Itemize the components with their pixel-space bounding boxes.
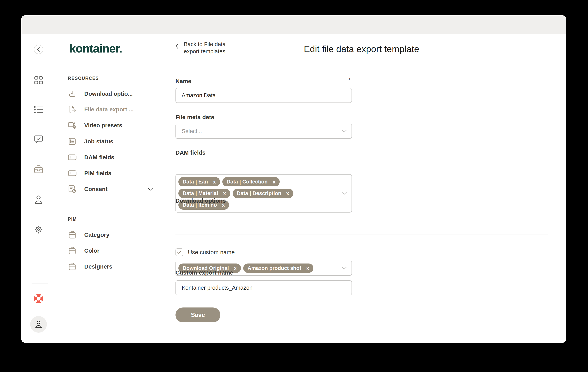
tag[interactable]: Data | Collectionx bbox=[222, 177, 280, 186]
dam-fields-multiselect[interactable]: Data | EanxData | CollectionxData | Mate… bbox=[176, 174, 352, 213]
remove-tag-icon[interactable]: x bbox=[223, 191, 226, 196]
kontainer-logo[interactable]: kontainer. bbox=[69, 42, 122, 55]
download-tray-icon bbox=[68, 89, 76, 98]
sidebar-item-consent[interactable]: Consent bbox=[68, 183, 153, 195]
remove-tag-icon[interactable]: x bbox=[213, 179, 216, 185]
tag[interactable]: Data | Eanx bbox=[178, 177, 220, 186]
file-meta-placeholder: Select... bbox=[182, 128, 202, 135]
remove-tag-icon[interactable]: x bbox=[273, 179, 275, 185]
sidebar-item-label: Category bbox=[84, 232, 109, 238]
box-icon bbox=[68, 246, 76, 255]
sidebar-item-pim-fields[interactable]: PIM fields bbox=[68, 167, 153, 179]
sidebar-item-dam-fields[interactable]: DAM fields bbox=[68, 151, 153, 163]
field-icon bbox=[68, 153, 76, 162]
sidebar-item-job-status[interactable]: Job status bbox=[68, 136, 153, 147]
remove-tag-icon[interactable]: x bbox=[286, 191, 289, 196]
section-label-pim: PIM bbox=[68, 217, 77, 222]
sidebar-item-label: PIM fields bbox=[84, 170, 111, 177]
page-title: Edit file data export template bbox=[157, 34, 566, 64]
name-label: Name bbox=[176, 78, 352, 85]
use-custom-name-label: Use custom name bbox=[188, 249, 235, 255]
name-field-group: Name * bbox=[176, 78, 352, 85]
user-avatar[interactable] bbox=[30, 316, 47, 333]
sidebar-item-video-presets[interactable]: Video presets bbox=[68, 119, 153, 131]
tag-label: Data | Collection bbox=[227, 179, 268, 185]
box-icon bbox=[68, 231, 76, 239]
custom-export-name-input[interactable] bbox=[176, 280, 352, 295]
sidebar-item-label: DAM fields bbox=[84, 154, 114, 161]
dam-fields-label: DAM fields bbox=[176, 149, 352, 156]
field-icon bbox=[68, 169, 76, 178]
consent-icon bbox=[68, 185, 76, 193]
sidebar-item-category[interactable]: Category bbox=[68, 229, 153, 241]
sidebar-item-designers[interactable]: Designers bbox=[68, 261, 153, 272]
collapse-sidebar-button[interactable] bbox=[34, 45, 43, 54]
sidebar-item-label: Video presets bbox=[84, 122, 122, 129]
box-icon bbox=[68, 262, 76, 271]
sidebar-item-label: File data export ... bbox=[84, 106, 134, 113]
users-icon[interactable] bbox=[34, 195, 43, 204]
sidebar-item-label: Consent bbox=[84, 186, 107, 192]
use-custom-name-row: Use custom name bbox=[176, 248, 235, 256]
sidebar-item-label: Download optio... bbox=[84, 90, 133, 97]
sidebar-item-color[interactable]: Color bbox=[68, 245, 153, 256]
sidebar-item-label: Designers bbox=[84, 263, 112, 270]
required-asterisk: * bbox=[348, 77, 351, 83]
file-meta-label: File meta data bbox=[176, 114, 352, 120]
settings-gear-icon[interactable] bbox=[34, 225, 43, 234]
use-custom-name-checkbox[interactable] bbox=[176, 248, 183, 256]
name-input[interactable] bbox=[176, 88, 352, 103]
main-content: Back to File data export templates Edit … bbox=[157, 34, 566, 343]
chevron-down-icon[interactable] bbox=[341, 130, 347, 133]
icon-rail bbox=[21, 34, 56, 343]
section-divider bbox=[176, 234, 548, 234]
save-button[interactable]: Save bbox=[176, 308, 220, 322]
browser-window: styling.kontainer.com bbox=[21, 15, 566, 343]
page-header: Back to File data export templates Edit … bbox=[157, 34, 566, 64]
resources-briefcase-icon[interactable] bbox=[34, 165, 43, 174]
tag-label: Data | Ean bbox=[183, 179, 208, 185]
sidebar-item-download-options[interactable]: Download optio... bbox=[68, 88, 153, 100]
browser-toolbar: styling.kontainer.com bbox=[21, 15, 566, 34]
video-preset-icon bbox=[68, 121, 76, 130]
custom-export-name-label: Custom export name bbox=[176, 269, 352, 276]
sidebar-item-label: Color bbox=[84, 247, 99, 254]
file-meta-select[interactable]: Select... bbox=[176, 124, 352, 139]
sidebar-item-label: Job status bbox=[84, 138, 113, 145]
sidebar-item-file-data-export[interactable]: File data export ... bbox=[68, 104, 153, 115]
tag-label: Data | Description bbox=[237, 191, 281, 196]
app-sidebar: kontainer. RESOURCES Download optio... bbox=[56, 34, 157, 343]
list-view-icon[interactable] bbox=[34, 106, 43, 114]
tag-label: Data | Material bbox=[183, 191, 218, 196]
chevron-down-icon[interactable] bbox=[147, 188, 153, 191]
tag[interactable]: Data | Materialx bbox=[178, 189, 230, 198]
dam-fields-tag-list: Data | EanxData | CollectionxData | Mate… bbox=[176, 174, 352, 213]
section-label-resources: RESOURCES bbox=[68, 76, 99, 81]
chevron-down-icon[interactable] bbox=[341, 192, 347, 195]
comments-icon[interactable] bbox=[34, 135, 43, 143]
file-export-icon bbox=[68, 105, 76, 114]
tag[interactable]: Data | Descriptionx bbox=[233, 189, 294, 198]
download-options-label: Download options bbox=[176, 197, 352, 204]
dashboard-grid-icon[interactable] bbox=[34, 76, 43, 85]
job-status-icon bbox=[68, 137, 76, 146]
help-lifebuoy-icon[interactable] bbox=[33, 293, 44, 304]
